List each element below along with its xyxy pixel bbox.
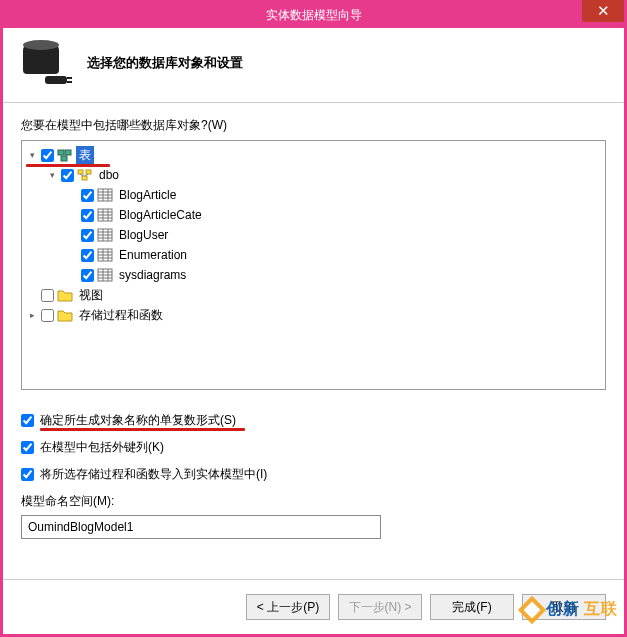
finish-button[interactable]: 完成(F) bbox=[430, 594, 514, 620]
table-checkbox[interactable] bbox=[81, 269, 94, 282]
header-title: 选择您的数据库对象和设置 bbox=[87, 54, 243, 72]
folder-icon bbox=[57, 288, 73, 302]
previous-button[interactable]: < 上一步(P) bbox=[246, 594, 330, 620]
table-checkbox[interactable] bbox=[81, 229, 94, 242]
tree-node-table[interactable]: ▸ BlogUser bbox=[66, 225, 601, 245]
schema-icon bbox=[77, 168, 93, 182]
schema-checkbox[interactable] bbox=[61, 169, 74, 182]
wizard-footer: < 上一步(P) 下一步(N) > 完成(F) 取消 bbox=[3, 579, 624, 634]
pluralize-checkbox[interactable] bbox=[21, 414, 34, 427]
namespace-label: 模型命名空间(M): bbox=[21, 493, 606, 510]
foreignkey-checkbox[interactable] bbox=[21, 441, 34, 454]
table-checkbox[interactable] bbox=[81, 189, 94, 202]
importprocs-label[interactable]: 将所选存储过程和函数导入到实体模型中(I) bbox=[40, 466, 267, 483]
schema-label: dbo bbox=[96, 167, 122, 183]
wizard-window: 实体数据模型向导 ✕ 选择您的数据库对象和设置 您要在模型中包括哪些数据库对象?… bbox=[0, 0, 627, 637]
expander-icon[interactable]: ▸ bbox=[26, 309, 38, 321]
importprocs-checkbox[interactable] bbox=[21, 468, 34, 481]
tables-label: 表 bbox=[76, 146, 94, 165]
foreignkey-option[interactable]: 在模型中包括外键列(K) bbox=[21, 439, 606, 456]
table-checkbox[interactable] bbox=[81, 249, 94, 262]
options-section: 确定所生成对象名称的单复数形式(S) 在模型中包括外键列(K) 将所选存储过程和… bbox=[21, 412, 606, 539]
table-icon bbox=[97, 268, 113, 282]
close-icon: ✕ bbox=[597, 2, 610, 20]
importprocs-option[interactable]: 将所选存储过程和函数导入到实体模型中(I) bbox=[21, 466, 606, 483]
expander-icon[interactable]: ▾ bbox=[26, 149, 38, 161]
pluralize-label[interactable]: 确定所生成对象名称的单复数形式(S) bbox=[40, 412, 236, 429]
table-label: BlogUser bbox=[116, 227, 171, 243]
table-icon bbox=[97, 228, 113, 242]
titlebar: 实体数据模型向导 ✕ bbox=[3, 3, 624, 28]
database-icon bbox=[21, 42, 69, 84]
svg-rect-4 bbox=[86, 170, 91, 174]
window-title: 实体数据模型向导 bbox=[266, 7, 362, 24]
table-label: sysdiagrams bbox=[116, 267, 189, 283]
cancel-button[interactable]: 取消 bbox=[522, 594, 606, 620]
objects-tree[interactable]: ▾ 表 ▾ bbox=[21, 140, 606, 390]
tables-group-icon bbox=[57, 148, 73, 162]
expander-icon[interactable]: ▾ bbox=[46, 169, 58, 181]
table-icon bbox=[97, 208, 113, 222]
tree-node-views[interactable]: ▸ 视图 bbox=[26, 285, 601, 305]
table-icon bbox=[97, 248, 113, 262]
tree-node-tables[interactable]: ▾ 表 bbox=[26, 145, 601, 165]
tree-node-procs[interactable]: ▸ 存储过程和函数 bbox=[26, 305, 601, 325]
foreignkey-label[interactable]: 在模型中包括外键列(K) bbox=[40, 439, 164, 456]
wizard-content: 您要在模型中包括哪些数据库对象?(W) ▾ 表 bbox=[3, 103, 624, 553]
procs-label: 存储过程和函数 bbox=[76, 306, 166, 325]
svg-rect-2 bbox=[61, 156, 67, 161]
svg-rect-0 bbox=[58, 150, 64, 155]
table-label: BlogArticle bbox=[116, 187, 179, 203]
svg-rect-3 bbox=[78, 170, 83, 174]
namespace-input[interactable] bbox=[21, 515, 381, 539]
pluralize-option[interactable]: 确定所生成对象名称的单复数形式(S) bbox=[21, 412, 606, 429]
svg-rect-5 bbox=[82, 176, 87, 180]
svg-rect-1 bbox=[65, 150, 71, 155]
wizard-header: 选择您的数据库对象和设置 bbox=[3, 28, 624, 103]
tree-node-table[interactable]: ▸ Enumeration bbox=[66, 245, 601, 265]
table-label: BlogArticleCate bbox=[116, 207, 205, 223]
table-label: Enumeration bbox=[116, 247, 190, 263]
folder-icon bbox=[57, 308, 73, 322]
views-label: 视图 bbox=[76, 286, 106, 305]
tables-checkbox[interactable] bbox=[41, 149, 54, 162]
views-checkbox[interactable] bbox=[41, 289, 54, 302]
close-button[interactable]: ✕ bbox=[582, 0, 624, 22]
next-button: 下一步(N) > bbox=[338, 594, 422, 620]
tree-node-schema[interactable]: ▾ dbo bbox=[46, 165, 601, 185]
tree-node-table[interactable]: ▸ BlogArticle bbox=[66, 185, 601, 205]
table-checkbox[interactable] bbox=[81, 209, 94, 222]
table-icon bbox=[97, 188, 113, 202]
tree-node-table[interactable]: ▸ BlogArticleCate bbox=[66, 205, 601, 225]
procs-checkbox[interactable] bbox=[41, 309, 54, 322]
tree-node-table[interactable]: ▸ sysdiagrams bbox=[66, 265, 601, 285]
objects-prompt: 您要在模型中包括哪些数据库对象?(W) bbox=[21, 117, 606, 134]
